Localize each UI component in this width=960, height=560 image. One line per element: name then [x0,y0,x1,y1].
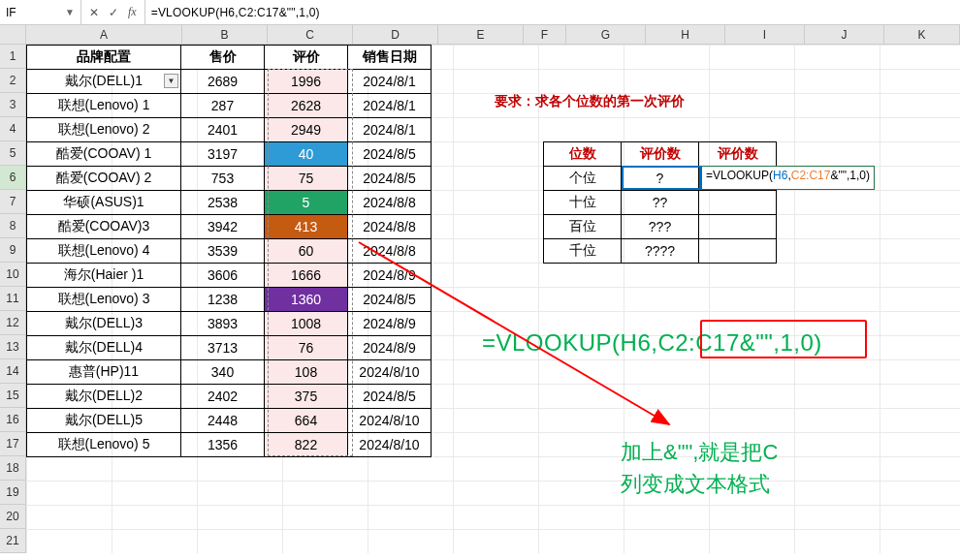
row-header-11[interactable]: 11 [0,287,26,311]
row-header-13[interactable]: 13 [0,335,26,359]
row-header-15[interactable]: 15 [0,384,26,408]
cell-brand[interactable]: 联想(Lenovo) 5 [27,433,181,457]
name-box[interactable]: IF ▼ [0,0,81,24]
cell-date[interactable]: 2024/8/9 [348,336,432,360]
cell-rating[interactable]: 76 [265,336,348,360]
cell-price[interactable]: 3942 [181,215,265,239]
cell-price[interactable]: 340 [181,360,265,385]
formula-input[interactable]: =VLOOKUP(H6,C2:C17&"",1,0) [145,6,960,19]
editing-cell-I6[interactable]: =VLOOKUP(H6,C2:C17&"",1,0) [701,166,875,190]
cell-date[interactable]: 2024/8/10 [348,433,432,457]
cell-result[interactable] [699,215,777,239]
col-header-F[interactable]: F [524,25,566,44]
cell-price[interactable]: 3893 [181,312,265,336]
cell-price[interactable]: 3606 [181,264,265,288]
cell-brand[interactable]: 联想(Lenovo) 2 [27,118,181,142]
cell-rating[interactable]: 822 [265,433,348,457]
cell-digit[interactable]: 百位 [544,215,622,239]
col-header-A[interactable]: A [26,25,182,44]
row-header-14[interactable]: 14 [0,359,26,384]
cell-brand[interactable]: 惠普(HP)11 [27,360,181,385]
cell-brand[interactable]: 戴尔(DELL)5 [27,409,181,433]
cell-brand[interactable]: 联想(Lenovo) 1 [27,94,181,118]
row-header-3[interactable]: 3 [0,93,26,117]
cell-rating[interactable]: 5 [265,191,348,215]
cell-brand[interactable]: 戴尔(DELL)2 [27,385,181,409]
cell-date[interactable]: 2024/8/5 [348,288,432,312]
cell-digit[interactable]: 个位 [544,167,622,191]
cell-date[interactable]: 2024/8/8 [348,239,432,264]
col-header-J[interactable]: J [805,25,884,44]
fx-icon[interactable]: fx [128,5,137,19]
cell-rating[interactable]: 375 [265,385,348,409]
cell-mask[interactable]: ???? [622,239,699,264]
col-header-B[interactable]: B [182,25,268,44]
cell-result[interactable] [699,239,777,264]
cell-date[interactable]: 2024/8/10 [348,360,432,385]
cell-date[interactable]: 2024/8/10 [348,409,432,433]
cell-date[interactable]: 2024/8/5 [348,167,432,191]
cell-date[interactable]: 2024/8/9 [348,312,432,336]
cell-rating[interactable]: 40 [265,142,348,167]
cell-price[interactable]: 2689 [181,70,265,94]
cell-mask[interactable]: ?? [622,191,699,215]
cell-price[interactable]: 3713 [181,336,265,360]
cell-date[interactable]: 2024/8/5 [348,142,432,167]
cell-brand[interactable]: 酷爱(COOAV)3 [27,215,181,239]
row-header-17[interactable]: 17 [0,432,26,456]
row-header-1[interactable]: 1 [0,45,26,69]
cell-date[interactable]: 2024/8/8 [348,191,432,215]
cell-brand[interactable]: 戴尔(DELL)1▼ [27,70,181,94]
cell-price[interactable]: 2538 [181,191,265,215]
row-header-21[interactable]: 21 [0,529,26,553]
cell-rating[interactable]: 2949 [265,118,348,142]
cell-price[interactable]: 1356 [181,433,265,457]
cell-date[interactable]: 2024/8/8 [348,215,432,239]
cell-rating[interactable]: 664 [265,409,348,433]
cell-result[interactable] [699,191,777,215]
cell-rating[interactable]: 2628 [265,94,348,118]
cell-brand[interactable]: 联想(Lenovo) 3 [27,288,181,312]
cell-brand[interactable]: 华硕(ASUS)1 [27,191,181,215]
row-header-18[interactable]: 18 [0,456,26,481]
row-header-4[interactable]: 4 [0,117,26,141]
row-header-5[interactable]: 5 [0,141,26,166]
cell-price[interactable]: 2448 [181,409,265,433]
cell-brand[interactable]: 酷爱(COOAV) 1 [27,142,181,167]
cell-digit[interactable]: 十位 [544,191,622,215]
col-header-E[interactable]: E [438,25,524,44]
cell-brand[interactable]: 联想(Lenovo) 4 [27,239,181,264]
cell-date[interactable]: 2024/8/1 [348,94,432,118]
row-header-16[interactable]: 16 [0,408,26,432]
cell-rating[interactable]: 75 [265,167,348,191]
cell-rating[interactable]: 60 [265,239,348,264]
col-header-D[interactable]: D [353,25,438,44]
col-header-K[interactable]: K [884,25,960,44]
cell-date[interactable]: 2024/8/1 [348,118,432,142]
cell-brand[interactable]: 海尔(Haier )1 [27,264,181,288]
col-header-G[interactable]: G [566,25,646,44]
row-header-10[interactable]: 10 [0,263,26,287]
cell-brand[interactable]: 戴尔(DELL)4 [27,336,181,360]
cell-rating[interactable]: 1008 [265,312,348,336]
row-header-6[interactable]: 6 [0,166,26,190]
cell-price[interactable]: 3539 [181,239,265,264]
select-all-corner[interactable] [0,25,26,44]
row-header-12[interactable]: 12 [0,311,26,335]
cell-mask[interactable]: ? [622,167,699,191]
cell-date[interactable]: 2024/8/5 [348,385,432,409]
cell-rating[interactable]: 1360 [265,288,348,312]
cell-digit[interactable]: 千位 [544,239,622,264]
cell-rating[interactable]: 413 [265,215,348,239]
col-header-C[interactable]: C [268,25,353,44]
dropdown-icon[interactable]: ▼ [164,74,178,88]
row-header-8[interactable]: 8 [0,214,26,238]
cell-price[interactable]: 753 [181,167,265,191]
cell-rating[interactable]: 1666 [265,264,348,288]
cell-brand[interactable]: 酷爱(COOAV) 2 [27,167,181,191]
cell-brand[interactable]: 戴尔(DELL)3 [27,312,181,336]
cell-price[interactable]: 287 [181,94,265,118]
cell-rating[interactable]: 108 [265,360,348,385]
cell-date[interactable]: 2024/8/1 [348,70,432,94]
chevron-down-icon[interactable]: ▼ [65,7,75,17]
